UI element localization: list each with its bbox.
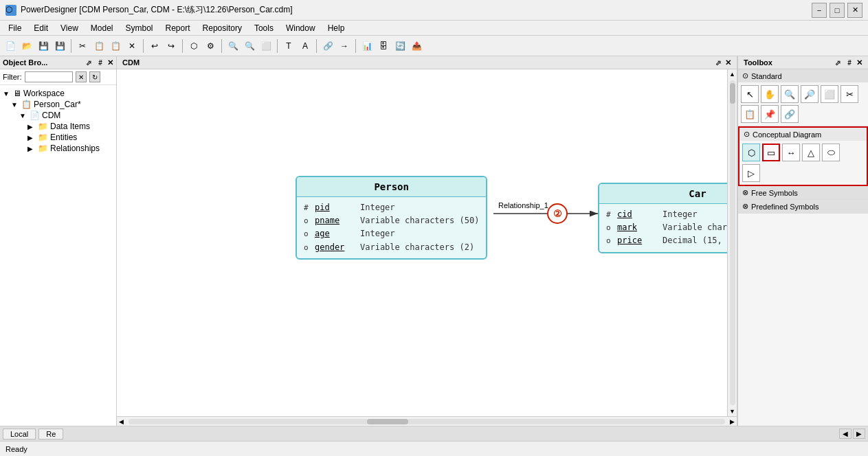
nav-right-button[interactable]: ▶ [853, 429, 865, 439]
cdm-float-button[interactable]: ⬀ [713, 58, 723, 67]
vertical-scrollbar[interactable]: ▲ ▼ [727, 69, 737, 416]
predefined-section-header[interactable]: ⊗ Predefined Symbols [738, 200, 868, 213]
toolbar-repo[interactable]: 🗄 [376, 38, 391, 54]
scroll-right-button[interactable]: ▶ [728, 418, 737, 425]
menu-model[interactable]: Model [85, 22, 119, 34]
cid-field: cid [617, 208, 658, 221]
toolbar-paste[interactable]: 📋 [108, 38, 123, 54]
free-section-header[interactable]: ⊗ Free Symbols [738, 186, 868, 199]
tree-item-cdm[interactable]: ▼ 📄 CDM [3, 110, 113, 121]
menu-window[interactable]: Window [280, 22, 321, 34]
tree-label-workspace: Workspace [23, 89, 65, 98]
toolbar-save-all[interactable]: 💾 [52, 38, 67, 54]
tree-label-cdm: CDM [42, 111, 60, 120]
car-entity[interactable]: Car # cid Integer o mark Variable charac… [598, 183, 737, 253]
person-entity[interactable]: Person # pid Integer o pname Variable ch… [296, 176, 487, 260]
object-browser: Object Bro... ⬀ # ✕ Filter: ✕ ↻ ▼ 🖥 Work… [0, 56, 117, 426]
tool-link2[interactable]: 🔗 [781, 105, 799, 123]
tool-zoom-out[interactable]: 🔎 [801, 85, 819, 103]
menu-view[interactable]: View [55, 22, 84, 34]
tool-extra1[interactable]: ▷ [742, 164, 760, 182]
toolbar-delete[interactable]: ✕ [124, 38, 140, 54]
close-button[interactable]: ✕ [847, 3, 863, 18]
tool-zoom-in[interactable]: 🔍 [781, 85, 799, 103]
toolbar-new[interactable]: 📄 [3, 38, 18, 54]
toolbar-link[interactable]: 🔗 [320, 38, 335, 54]
menu-report[interactable]: Report [160, 22, 196, 34]
price-sym: o [606, 235, 613, 247]
toolbar-cut[interactable]: ✂ [75, 38, 90, 54]
tree-item-person-car[interactable]: ▼ 📋 Person_Car* [3, 99, 113, 110]
toolbar-redo[interactable]: ↪ [164, 38, 179, 54]
horizontal-scrollbar[interactable]: ◀ ▶ [117, 416, 737, 426]
tool-paste2[interactable]: 📌 [761, 105, 779, 123]
toolbar-text[interactable]: T [281, 38, 296, 54]
cdm-canvas[interactable]: ② ① Person # pid [117, 69, 737, 416]
tool-entity[interactable]: ⬡ [742, 144, 760, 161]
toolbar-report[interactable]: 📊 [359, 38, 375, 54]
filter-refresh-button[interactable]: ↻ [89, 71, 100, 82]
filter-input[interactable] [25, 71, 73, 82]
tree-item-relationships[interactable]: ▶ 📁 Relationships [3, 143, 113, 154]
standard-section-label: Standard [751, 72, 782, 80]
tool-inherit[interactable]: △ [802, 144, 820, 161]
svg-text:②: ② [553, 208, 562, 219]
menu-help[interactable]: Help [322, 22, 350, 34]
menu-tools[interactable]: Tools [249, 22, 279, 34]
conceptual-tools: ⬡ ▭ ↔ △ ⬭ [739, 141, 867, 164]
toolbar-undo[interactable]: ↩ [147, 38, 162, 54]
toolbar-save[interactable]: 💾 [36, 38, 51, 54]
scroll-left-button[interactable]: ◀ [117, 418, 126, 425]
tool-assoc-link[interactable]: ⬭ [822, 144, 840, 161]
age-type: Integer [360, 227, 395, 240]
toolbar-sync[interactable]: 🔄 [392, 38, 408, 54]
tab-local[interactable]: Local [3, 429, 36, 440]
float-button[interactable]: ⬀ [84, 58, 93, 67]
toolbox-close-button[interactable]: ✕ [856, 58, 863, 67]
toolbar-gen[interactable]: ⚙ [203, 38, 218, 54]
cdm-header: CDM ⬀ ✕ [117, 56, 737, 69]
close-panel-button[interactable]: ✕ [107, 58, 113, 67]
tool-relationship[interactable]: ▭ [762, 144, 780, 161]
maximize-button[interactable]: □ [830, 3, 845, 18]
expand-relationships-icon: ▶ [27, 145, 36, 152]
toolbar-zoom-in[interactable]: 🔍 [225, 38, 241, 54]
object-browser-header: Object Bro... ⬀ # ✕ [0, 56, 116, 69]
toolbar-font[interactable]: A [298, 38, 313, 54]
scroll-thumb[interactable] [367, 419, 408, 424]
conceptual-section-header[interactable]: ⊙ Conceptual Diagram [739, 128, 867, 141]
standard-section-header[interactable]: ⊙ Standard [738, 69, 868, 82]
tab-re[interactable]: Re [38, 429, 63, 440]
menu-symbol[interactable]: Symbol [120, 22, 159, 34]
tool-assoc-entity[interactable]: ↔ [782, 144, 800, 161]
menu-edit[interactable]: Edit [28, 22, 54, 34]
tool-copy2[interactable]: 📋 [741, 105, 759, 123]
menu-file[interactable]: File [3, 22, 27, 34]
toolbar-zoom-out[interactable]: 🔍 [242, 38, 257, 54]
toolbar-fit[interactable]: ⬜ [258, 38, 274, 54]
mark-sym: o [606, 222, 613, 234]
tree-item-workspace[interactable]: ▼ 🖥 Workspace [3, 88, 113, 99]
pin-button[interactable]: # [96, 58, 105, 67]
cdm-close-button[interactable]: ✕ [725, 58, 731, 67]
toolbox-float-button[interactable]: ⬀ [833, 58, 843, 67]
expand-cdm-icon: ▼ [19, 112, 27, 119]
toolbar-arrow[interactable]: → [337, 38, 352, 54]
filter-clear-button[interactable]: ✕ [76, 71, 87, 82]
tool-pan[interactable]: ✋ [761, 85, 779, 103]
standard-collapse-icon: ⊙ [742, 71, 748, 80]
toolbar-check[interactable]: ⬡ [186, 38, 201, 54]
menu-repository[interactable]: Repository [197, 22, 247, 34]
minimize-button[interactable]: − [812, 3, 827, 18]
tool-zoom-rect[interactable]: ⬜ [821, 85, 838, 103]
nav-left-button[interactable]: ◀ [839, 429, 852, 439]
toolbar-copy[interactable]: 📋 [91, 38, 107, 54]
toolbar-deploy[interactable]: 📤 [409, 38, 424, 54]
tree-item-entities[interactable]: ▶ 📁 Entities [3, 132, 113, 143]
toolbox-pin-button[interactable]: # [845, 58, 854, 67]
tool-cut2[interactable]: ✂ [841, 85, 858, 103]
cdm-title: CDM [122, 58, 140, 67]
tree-item-data-items[interactable]: ▶ 📁 Data Items [3, 121, 113, 132]
toolbar-open[interactable]: 📂 [19, 38, 34, 54]
tool-select[interactable]: ↖ [741, 85, 759, 103]
